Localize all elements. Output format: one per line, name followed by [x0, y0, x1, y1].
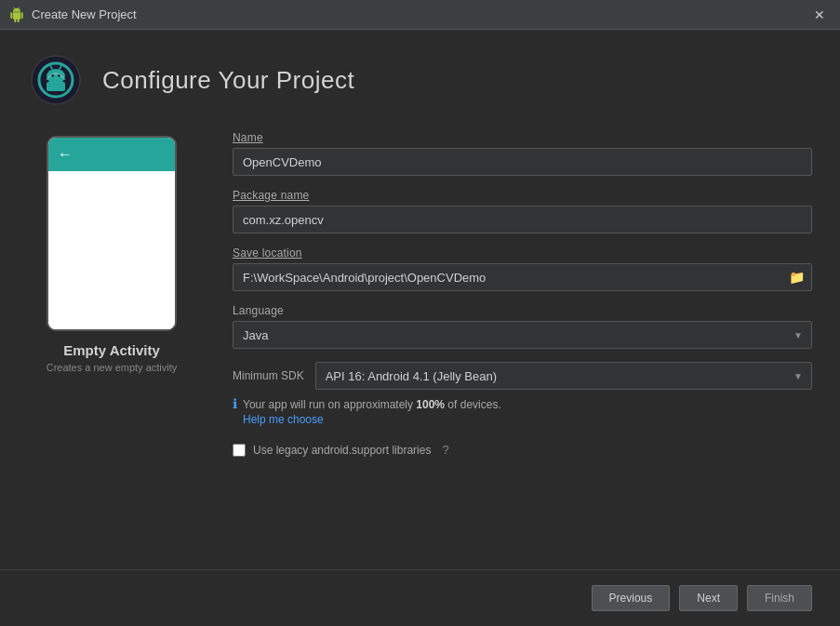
min-sdk-label: Minimum SDK [233, 369, 304, 382]
title-bar: Create New Project ✕ [0, 0, 840, 30]
svg-point-9 [61, 63, 63, 65]
min-sdk-group: Minimum SDK API 16: Android 4.1 (Jelly B… [233, 362, 812, 426]
min-sdk-select[interactable]: API 16: Android 4.1 (Jelly Bean) API 21:… [315, 362, 812, 390]
language-group: Language Java Kotlin ▼ [233, 304, 812, 349]
min-sdk-label-text: Minimum SDK [233, 369, 304, 382]
name-group: Name [233, 131, 812, 176]
title-bar-left: Create New Project [9, 7, 137, 22]
activity-desc: Creates a new empty activity [47, 362, 178, 373]
save-location-label-text: Save location [233, 246, 302, 260]
package-input[interactable] [233, 206, 812, 233]
save-location-group: Save location 📁 [233, 246, 812, 291]
info-text-after: of devices. [445, 398, 501, 411]
preview-panel: ← Empty Activity Creates a new empty act… [28, 127, 195, 569]
name-input[interactable] [233, 148, 812, 176]
svg-rect-3 [47, 82, 65, 91]
min-sdk-row: Minimum SDK API 16: Android 4.1 (Jelly B… [233, 362, 812, 390]
language-select-wrapper: Java Kotlin ▼ [233, 321, 812, 349]
close-button[interactable]: ✕ [808, 6, 831, 24]
dialog-body: Configure Your Project ← Empty Activity … [0, 30, 840, 626]
info-row: ℹ Your app will run on approximately 100… [233, 395, 812, 426]
info-bold: 100% [416, 398, 445, 411]
info-text: Your app will run on approximately 100% … [243, 398, 501, 411]
min-sdk-select-wrapper: API 16: Android 4.1 (Jelly Bean) API 21:… [315, 362, 812, 390]
footer-section: Previous Next Finish [0, 569, 840, 626]
package-label-text: Package name [233, 189, 309, 202]
previous-button[interactable]: Previous [592, 585, 671, 611]
svg-point-8 [48, 63, 50, 65]
android-studio-logo [28, 52, 84, 108]
save-location-label: Save location [233, 246, 812, 260]
language-select[interactable]: Java Kotlin [233, 321, 812, 349]
finish-button[interactable]: Finish [747, 585, 812, 611]
phone-content [48, 171, 175, 329]
info-icon: ℹ [233, 396, 237, 411]
info-content: Your app will run on approximately 100% … [243, 395, 501, 426]
form-panel: Name Package name Save location 📁 [233, 127, 812, 569]
folder-icon[interactable]: 📁 [789, 270, 805, 285]
name-label-text: Name [233, 131, 263, 144]
content-area: ← Empty Activity Creates a new empty act… [0, 127, 840, 569]
name-label: Name [233, 131, 812, 144]
info-text-before: Your app will run on approximately [243, 398, 416, 411]
logo-svg [30, 54, 82, 106]
header-section: Configure Your Project [0, 30, 840, 127]
language-label-text: Language [233, 304, 284, 317]
checkbox-help-icon[interactable]: ? [442, 443, 448, 457]
activity-name: Empty Activity [63, 342, 160, 358]
legacy-checkbox[interactable] [233, 444, 246, 457]
phone-top-bar: ← [48, 138, 175, 171]
language-label: Language [233, 304, 812, 317]
next-button[interactable]: Next [679, 585, 738, 611]
phone-mockup: ← [47, 136, 177, 331]
legacy-checkbox-row: Use legacy android.support libraries ? [233, 443, 812, 457]
save-location-input[interactable] [233, 263, 812, 291]
save-location-input-wrapper: 📁 [233, 263, 812, 291]
package-group: Package name [233, 189, 812, 233]
page-title: Configure Your Project [102, 66, 354, 95]
android-icon [9, 7, 24, 22]
title-bar-title: Create New Project [32, 7, 137, 21]
back-arrow-icon: ← [58, 146, 73, 163]
package-label: Package name [233, 189, 812, 202]
legacy-checkbox-label: Use legacy android.support libraries [253, 444, 431, 457]
help-me-choose-link[interactable]: Help me choose [243, 413, 501, 426]
